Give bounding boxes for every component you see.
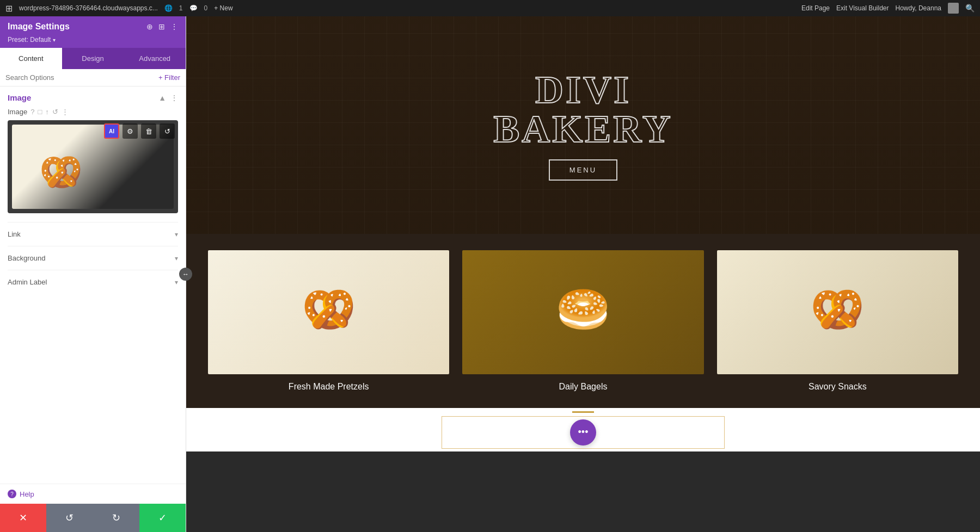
product-name-snacks: Savory Snacks (808, 382, 867, 392)
product-card-bagels: Daily Bagels (462, 250, 703, 392)
field-arrow-icon[interactable]: ↑ (45, 108, 49, 116)
user-avatar (948, 3, 959, 14)
image-field-label-row: Image ? □ ↑ ↺ ⋮ (8, 108, 178, 116)
product-image-pretzels (208, 250, 449, 374)
link-section-title: Link (8, 230, 21, 238)
admin-label-section-title: Admin Label (8, 278, 47, 286)
settings-panel: Image Settings ⊕ ⊞ ⋮ Preset: Default ▾ C… (0, 16, 186, 532)
section-more-icon[interactable]: ⋮ (170, 94, 178, 102)
ai-label: AI (109, 128, 114, 134)
undo-icon: ↺ (65, 512, 74, 524)
main-layout: Image Settings ⊕ ⊞ ⋮ Preset: Default ▾ C… (0, 16, 980, 532)
products-section: Fresh Made Pretzels Daily Bagels Savory … (186, 234, 980, 408)
background-chevron-icon: ▾ (175, 255, 178, 262)
image-settings-button[interactable]: ⚙ (122, 123, 138, 139)
responsive-icon[interactable]: □ (38, 108, 42, 116)
hero-title-line1: Divi (493, 70, 673, 109)
background-section-header[interactable]: Background ▾ (8, 254, 178, 262)
user-greeting: Howdy, Deanna (896, 4, 942, 12)
field-label-icons: ? □ ↑ ↺ ⋮ (30, 108, 69, 116)
product-card-pretzels: Fresh Made Pretzels (208, 250, 449, 392)
cancel-button[interactable]: ✕ (0, 504, 46, 532)
white-section: ••• (186, 408, 980, 451)
save-button[interactable]: ✓ (139, 504, 186, 532)
preview-area: Divi Bakery MENU Fresh Made Pretzels Dai… (186, 16, 980, 532)
edit-page-btn[interactable]: Edit Page (801, 4, 830, 12)
hero-title: Divi Bakery (493, 70, 673, 149)
preset-row[interactable]: Preset: Default ▾ (0, 36, 186, 48)
wp-admin-bar: ⊞ wordpress-784896-3766464.cloudwaysapps… (0, 0, 980, 16)
update-count[interactable]: 1 (179, 4, 183, 12)
tab-advanced[interactable]: Advanced (124, 48, 186, 69)
image-reset-button[interactable]: ↺ (160, 123, 175, 139)
search-input[interactable] (5, 73, 155, 82)
settings-icon: ⚙ (127, 127, 133, 135)
ai-tool-button[interactable]: AI (104, 123, 119, 139)
cancel-icon: ✕ (19, 512, 27, 524)
comment-icon[interactable]: 💬 (189, 4, 198, 12)
delete-icon: 🗑 (145, 127, 152, 135)
comment-count: 0 (204, 4, 208, 12)
image-field-label: Image (8, 108, 27, 116)
search-icon[interactable]: 🔍 (965, 4, 975, 13)
panel-title: Image Settings (8, 22, 70, 32)
panel-tabs: Content Design Advanced (0, 48, 186, 69)
image-overlay-tools: AI ⚙ 🗑 ↺ (104, 123, 175, 139)
help-circle-icon: ? (8, 490, 16, 498)
wp-logo-icon[interactable]: ⊞ (5, 3, 13, 14)
zoom-icon[interactable]: ⊕ (146, 22, 153, 31)
split-view-icon[interactable]: ⊞ (158, 22, 165, 31)
product-card-snacks: Savory Snacks (717, 250, 958, 392)
new-post-button[interactable]: + New (214, 4, 232, 12)
field-more-icon[interactable]: ⋮ (62, 108, 69, 116)
background-section: Background ▾ (8, 246, 178, 270)
help-label: Help (20, 490, 34, 498)
product-name-pretzels: Fresh Made Pretzels (289, 382, 369, 392)
exit-builder-btn[interactable]: Exit Visual Builder (836, 4, 889, 12)
admin-label-section-header[interactable]: Admin Label ▾ (8, 278, 178, 286)
section-actions: ▲ ⋮ (158, 94, 178, 102)
hero-title-line2: Bakery (493, 109, 673, 149)
link-chevron-icon: ▾ (175, 231, 178, 238)
link-section-header[interactable]: Link ▾ (8, 230, 178, 238)
bottom-toolbar: ✕ ↺ ↻ ✓ (0, 504, 186, 532)
snack-image (717, 250, 958, 374)
filter-button[interactable]: + Filter (158, 73, 180, 82)
pretzel-image (208, 250, 449, 374)
redo-button[interactable]: ↻ (93, 504, 139, 532)
resize-handle[interactable]: ↔ (179, 268, 192, 281)
product-image-bagels (462, 250, 703, 374)
product-image-snacks (717, 250, 958, 374)
more-dots-icon: ••• (578, 426, 589, 438)
hero-section: Divi Bakery MENU (186, 16, 980, 234)
field-reset-icon[interactable]: ↺ (52, 108, 58, 116)
preset-caret-icon: ▾ (53, 37, 56, 43)
tab-design[interactable]: Design (62, 48, 124, 69)
content-box: ••• (442, 416, 725, 449)
panel-header-icons: ⊕ ⊞ ⋮ (146, 22, 178, 31)
wp-admin-bar-right: Edit Page Exit Visual Builder Howdy, Dea… (801, 3, 975, 14)
redo-icon: ↻ (112, 512, 120, 524)
image-delete-button[interactable]: 🗑 (141, 123, 156, 139)
preset-label: Preset: Default (8, 36, 51, 44)
help-button[interactable]: ? Help (0, 484, 186, 504)
help-tooltip-icon[interactable]: ? (30, 108, 34, 116)
site-url: wordpress-784896-3766464.cloudwaysapps.c… (19, 4, 158, 12)
globe-icon: 🌐 (164, 4, 173, 12)
undo-button[interactable]: ↺ (46, 504, 93, 532)
admin-label-chevron-icon: ▾ (175, 279, 178, 286)
panel-more-icon[interactable]: ⋮ (170, 22, 178, 31)
admin-label-section: Admin Label ▾ (8, 270, 178, 294)
separator-line (572, 411, 594, 413)
search-bar: + Filter (0, 69, 186, 86)
panel-content: Image ▲ ⋮ Image ? □ ↑ ↺ ⋮ (0, 86, 186, 484)
floating-more-button[interactable]: ••• (570, 419, 596, 446)
save-icon: ✓ (158, 512, 167, 524)
hero-menu-button[interactable]: MENU (549, 159, 617, 181)
collapse-icon[interactable]: ▲ (158, 94, 166, 102)
link-section: Link ▾ (8, 222, 178, 246)
product-name-bagels: Daily Bagels (559, 382, 608, 392)
panel-header: Image Settings ⊕ ⊞ ⋮ (0, 16, 186, 36)
section-content-wrapper: ••• (442, 411, 725, 449)
tab-content[interactable]: Content (0, 48, 62, 69)
